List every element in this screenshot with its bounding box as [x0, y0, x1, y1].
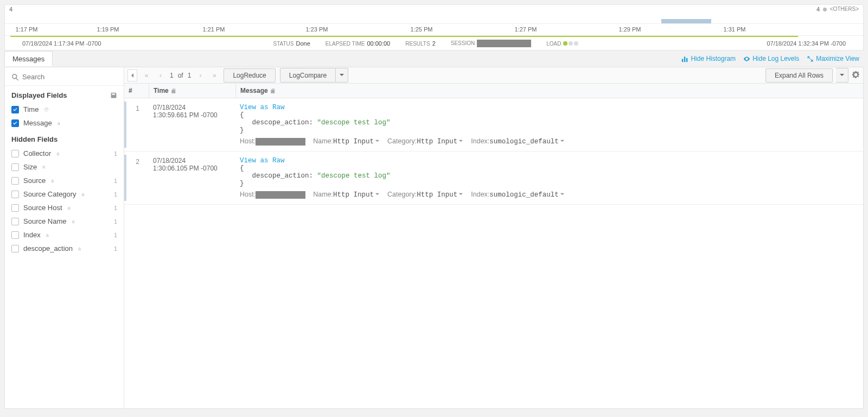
pager-first[interactable]: «	[142, 71, 151, 80]
chevron-down-icon	[458, 138, 463, 143]
results-rows: 107/18/20241:30:59.661 PM -0700View as R…	[124, 98, 863, 205]
displayed-fields-header: Displayed Fields	[5, 86, 124, 103]
copy-icon[interactable]	[171, 88, 177, 94]
chevron-down-icon	[375, 138, 380, 143]
meta-host[interactable]: Host:	[240, 191, 305, 199]
field-source-name[interactable]: Source Namea1	[5, 214, 124, 228]
histogram-bar[interactable]	[661, 19, 711, 23]
host-redacted	[256, 191, 305, 199]
histogram-axis: 1:17 PM 1:19 PM 1:21 PM 1:23 PM 1:25 PM …	[5, 24, 863, 36]
row-time: 07/18/20241:30:59.661 PM -0700	[149, 102, 235, 148]
field-search[interactable]	[5, 73, 124, 86]
checkbox-icon[interactable]	[11, 106, 19, 113]
field-search-input[interactable]	[22, 73, 117, 81]
meta-index[interactable]: Index:sumologic_default	[471, 137, 565, 146]
row-number: 1	[126, 102, 149, 148]
bar-chart-icon	[681, 55, 688, 62]
view-as-raw-link[interactable]: View as Raw	[240, 104, 285, 111]
histogram-y-left: 4	[9, 6, 12, 12]
checkbox-icon[interactable]	[11, 191, 19, 198]
checkbox-icon[interactable]	[11, 204, 19, 212]
hide-log-levels-button[interactable]: Hide Log Levels	[743, 55, 799, 62]
col-time[interactable]: Time	[149, 84, 235, 98]
tab-row: Messages Hide Histogram Hide Log Levels …	[4, 50, 864, 67]
checkbox-icon[interactable]	[11, 119, 19, 127]
pager-next[interactable]: ›	[195, 71, 205, 80]
histogram-chart[interactable]: 4 4 <OTHERS>	[5, 5, 863, 24]
svg-rect-2	[686, 58, 687, 61]
hide-histogram-button[interactable]: Hide Histogram	[681, 55, 736, 62]
chevron-down-icon	[339, 72, 344, 78]
expand-all-dropdown[interactable]	[836, 68, 848, 83]
main-panel: Displayed Fields Time⏱ Messagea Hidden F…	[4, 67, 864, 409]
checkbox-icon[interactable]	[11, 150, 19, 157]
hidden-fields-header: Hidden Fields	[5, 130, 124, 147]
range-start: 07/18/2024 1:17:34 PM -0700	[22, 40, 101, 47]
range-end: 07/18/2024 1:32:34 PM -0700	[767, 40, 846, 47]
col-message[interactable]: Message	[235, 84, 863, 98]
chevron-down-icon	[560, 192, 565, 197]
svg-rect-0	[682, 59, 683, 62]
view-as-raw-link[interactable]: View as Raw	[240, 157, 285, 165]
field-source-category[interactable]: Source Categorya1	[5, 187, 124, 201]
field-collector[interactable]: Collectora1	[5, 147, 124, 160]
tab-messages[interactable]: Messages	[4, 51, 53, 66]
chevron-down-icon	[458, 192, 463, 197]
histogram-legend-others: <OTHERS>	[823, 6, 859, 12]
collapse-sidebar-button[interactable]	[127, 70, 137, 81]
histogram-y-right: 4	[816, 6, 820, 12]
checkbox-icon[interactable]	[11, 177, 19, 185]
table-row[interactable]: 207/18/20241:30:06.105 PM -0700View as R…	[124, 151, 863, 205]
save-icon[interactable]	[110, 92, 117, 99]
pager: « ‹ 1 of 1 › »	[142, 71, 219, 80]
logreduce-button[interactable]: LogReduce	[224, 68, 275, 83]
maximize-view-button[interactable]: Maximize View	[807, 55, 859, 62]
field-source-host[interactable]: Source Hosta1	[5, 201, 124, 214]
expand-all-button[interactable]: Expand All Rows	[765, 68, 833, 83]
meta-name[interactable]: Name:Http Input	[313, 191, 380, 199]
meta-name[interactable]: Name:Http Input	[313, 137, 380, 146]
host-redacted	[256, 138, 305, 146]
eye-icon	[743, 55, 750, 62]
field-descope_action[interactable]: descope_actiona1	[5, 242, 124, 255]
meta-host[interactable]: Host:	[240, 137, 305, 146]
chevron-down-icon	[560, 138, 565, 143]
chevron-down-icon	[839, 72, 845, 78]
row-number: 2	[126, 155, 149, 201]
copy-icon[interactable]	[270, 88, 276, 94]
meta-category[interactable]: Category:Http Input	[387, 137, 463, 146]
time-range-line	[10, 36, 798, 37]
pager-prev[interactable]: ‹	[156, 71, 165, 80]
search-icon	[11, 73, 19, 81]
query-status-bar: 07/18/2024 1:17:34 PM -0700 07/18/2024 1…	[5, 36, 863, 51]
results-table-header: # Time Message	[124, 84, 863, 98]
meta-index[interactable]: Index:sumologic_default	[471, 191, 565, 199]
field-index[interactable]: Indexa1	[5, 228, 124, 242]
gear-icon	[852, 71, 860, 79]
field-time[interactable]: Time⏱	[5, 103, 124, 116]
table-row[interactable]: 107/18/20241:30:59.661 PM -0700View as R…	[124, 98, 863, 151]
field-source[interactable]: Sourcea1	[5, 174, 124, 187]
settings-button[interactable]	[852, 71, 860, 80]
expand-icon	[807, 55, 814, 62]
checkbox-icon[interactable]	[11, 245, 19, 252]
chevron-down-icon	[375, 192, 380, 197]
checkbox-icon[interactable]	[11, 163, 19, 171]
session-id-redacted	[477, 40, 531, 47]
checkbox-icon[interactable]	[11, 218, 19, 225]
row-time: 07/18/20241:30:06.105 PM -0700	[149, 155, 235, 201]
row-message: View as Raw{ descope_action: "descope te…	[235, 102, 863, 148]
load-dot-icon	[563, 41, 567, 46]
svg-rect-1	[684, 56, 685, 62]
field-message[interactable]: Messagea	[5, 116, 124, 130]
pager-last[interactable]: »	[209, 71, 219, 80]
legend-dot-icon	[823, 8, 827, 11]
checkbox-icon[interactable]	[11, 231, 19, 239]
row-message: View as Raw{ descope_action: "descope te…	[235, 155, 863, 201]
meta-category[interactable]: Category:Http Input	[387, 191, 463, 199]
field-size[interactable]: Size#	[5, 160, 124, 174]
logcompare-button[interactable]: LogCompare	[280, 68, 336, 83]
logcompare-dropdown[interactable]	[336, 68, 348, 83]
fields-sidebar: Displayed Fields Time⏱ Messagea Hidden F…	[5, 67, 124, 408]
results-panel: « ‹ 1 of 1 › » LogReduce LogCompare Expa…	[124, 67, 863, 408]
